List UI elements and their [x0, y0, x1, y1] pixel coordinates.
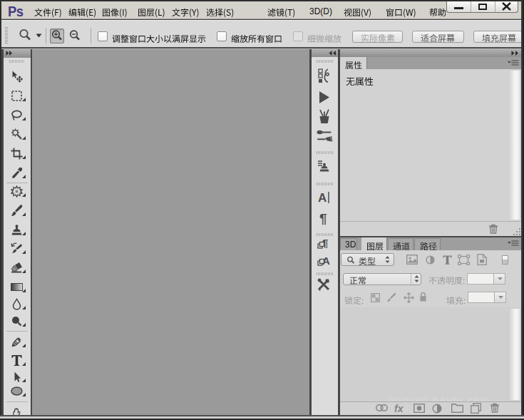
svg-text:A: A: [318, 191, 327, 205]
svg-text:¶: ¶: [319, 211, 327, 226]
